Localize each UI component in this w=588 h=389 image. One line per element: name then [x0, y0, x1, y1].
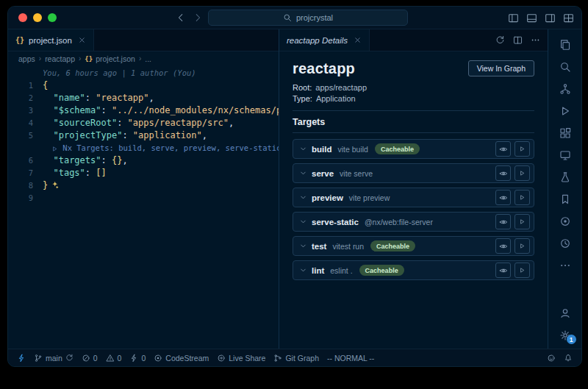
show-target-config-button[interactable]	[495, 263, 511, 278]
run-target-button[interactable]	[514, 263, 530, 278]
line-content: "name": "reactapp",	[43, 92, 279, 104]
line-content: }	[43, 179, 279, 192]
line-content: You, 6 hours ago | 1 author (You)	[43, 67, 279, 79]
titlebar-layout-panel-button[interactable]	[526, 13, 537, 24]
run-target-button[interactable]	[514, 238, 530, 254]
status-bolt-count[interactable]: 0	[129, 354, 146, 363]
close-tab-icon[interactable]	[78, 36, 86, 44]
code-line: 4 "sourceRoot": "apps/reactapp/src",	[8, 117, 279, 129]
run-target-button[interactable]	[514, 141, 530, 157]
line-content: "targets": {},	[43, 154, 279, 167]
target-row-serve-static[interactable]: serve-static@nx/web:file-server	[293, 212, 534, 232]
tab-action-more-button[interactable]	[531, 35, 540, 45]
status-vim-mode[interactable]: -- NORMAL --	[327, 354, 374, 363]
titlebar-layout-controls	[508, 13, 574, 24]
titlebar-layout-grid-button[interactable]	[563, 13, 574, 24]
breadcrumb-separator: ›	[139, 54, 141, 63]
status-errors[interactable]: 0	[82, 354, 98, 363]
activity-codestream[interactable]	[559, 215, 572, 227]
project-type: Type:Application	[293, 94, 534, 103]
command-center-search[interactable]: projcrystal	[208, 10, 408, 26]
codestream-logo-icon	[154, 354, 162, 363]
run-target-button[interactable]	[514, 190, 530, 205]
code-line: 5 "projectType": "application",	[8, 129, 279, 142]
view-in-graph-button[interactable]: View In Graph	[468, 60, 534, 76]
activity-settings[interactable]: 1	[559, 329, 572, 341]
minimize-window-button[interactable]	[33, 13, 42, 22]
activity-search[interactable]	[559, 60, 572, 73]
activity-remote-explorer[interactable]	[559, 149, 572, 161]
lens-line[interactable]: Nx Targets: build, serve, preview, serve…	[8, 142, 279, 154]
status-notifications[interactable]	[564, 354, 573, 363]
history-forward-button[interactable]	[193, 13, 203, 23]
chevron-down-icon	[299, 218, 307, 226]
line-number	[8, 67, 43, 79]
run-target-button[interactable]	[514, 214, 530, 229]
activity-bookmarks[interactable]	[559, 193, 572, 205]
breadcrumb-item[interactable]: {}project.json	[85, 54, 135, 63]
tab-project-json[interactable]: {} project.json	[8, 29, 94, 51]
show-target-config-button[interactable]	[495, 165, 511, 181]
show-target-config-button[interactable]	[495, 190, 511, 205]
error-icon	[82, 354, 90, 363]
editor-group-left: {} project.json apps›reactapp›{}project.…	[8, 29, 279, 349]
target-row-test[interactable]: testvitest runCacheable	[293, 236, 534, 256]
show-target-config-button[interactable]	[495, 238, 511, 254]
status-live-share[interactable]: Live Share	[217, 354, 265, 363]
status-git-branch[interactable]: main	[34, 354, 74, 363]
activity-accounts[interactable]	[559, 307, 572, 319]
activity-explorer[interactable]	[559, 38, 572, 51]
editor[interactable]: You, 6 hours ago | 1 author (You)1{2 "na…	[8, 65, 279, 349]
line-number: 9	[8, 192, 43, 204]
titlebar-layout-sidebar-right-button[interactable]	[545, 13, 556, 24]
target-row-lint[interactable]: linteslint .Cacheable	[293, 260, 534, 280]
statusbar-left: main000CodeStreamLive ShareGit Graph-- N…	[17, 354, 374, 363]
breadcrumb-item[interactable]: apps	[18, 54, 35, 63]
zoom-window-button[interactable]	[48, 13, 57, 22]
layout-panel-icon	[526, 13, 537, 24]
close-window-button[interactable]	[18, 13, 27, 22]
breadcrumb[interactable]: apps›reactapp›{}project.json›...	[8, 51, 279, 65]
status-remote-indicator[interactable]	[17, 354, 26, 363]
targets-list: buildvite buildCacheableservevite servep…	[293, 139, 534, 280]
history-back-button[interactable]	[176, 13, 186, 23]
show-target-config-button[interactable]	[495, 141, 511, 157]
code-line: 3 "$schema": "../../node_modules/nx/sche…	[8, 104, 279, 117]
search-icon-wrap	[283, 13, 292, 22]
breadcrumb-item[interactable]: ...	[145, 54, 151, 63]
activity-timeline[interactable]	[559, 237, 572, 249]
status-git-graph[interactable]: Git Graph	[273, 354, 319, 363]
refresh-icon	[495, 35, 505, 45]
target-command: vite preview	[349, 193, 390, 202]
blame-line: You, 6 hours ago | 1 author (You)	[8, 67, 279, 79]
json-file-icon: {}	[85, 55, 93, 63]
code-line: 6 "targets": {},	[8, 154, 279, 167]
code-line: 7 "tags": []	[8, 167, 279, 179]
activity-testing[interactable]	[559, 171, 572, 183]
tab-reactapp-details[interactable]: reactapp Details	[279, 29, 370, 51]
tab-action-refresh-button[interactable]	[495, 35, 505, 45]
target-row-serve[interactable]: servevite serve	[293, 163, 534, 183]
activity-run-and-debug[interactable]	[559, 104, 572, 117]
breadcrumb-label: ...	[145, 54, 151, 63]
target-row-preview[interactable]: previewvite preview	[293, 188, 534, 207]
titlebar-layout-sidebar-left-button[interactable]	[508, 13, 519, 24]
tab-actions	[495, 29, 548, 51]
codestream-logo-icon	[559, 215, 571, 227]
status-feedback[interactable]	[547, 354, 556, 363]
status-codestream[interactable]: CodeStream	[154, 354, 209, 363]
run-target-button[interactable]	[514, 165, 530, 181]
tab-action-split-button[interactable]	[513, 35, 523, 45]
warning-icon	[106, 354, 115, 363]
close-tab-icon[interactable]	[354, 36, 362, 44]
line-content	[43, 192, 279, 204]
activity-source-control[interactable]	[559, 82, 572, 95]
activity-more-views[interactable]	[559, 259, 572, 271]
status-warnings[interactable]: 0	[106, 354, 122, 363]
activity-extensions[interactable]	[559, 126, 572, 139]
breadcrumb-item[interactable]: reactapp	[45, 54, 75, 63]
show-target-config-button[interactable]	[495, 214, 511, 229]
close-icon	[78, 36, 86, 44]
remote-explorer-icon	[559, 149, 571, 161]
target-row-build[interactable]: buildvite buildCacheable	[293, 139, 534, 159]
